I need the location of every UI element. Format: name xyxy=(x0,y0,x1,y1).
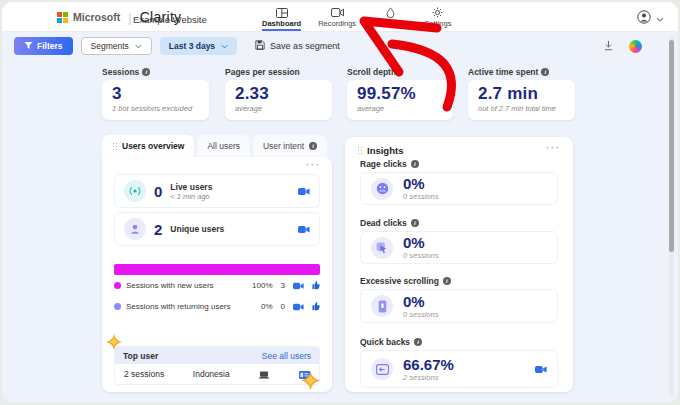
laptop-icon xyxy=(258,365,270,383)
filters-button[interactable]: Filters xyxy=(14,37,73,55)
avatar-icon xyxy=(637,10,651,28)
dead-clicks-icon xyxy=(371,237,393,259)
excessive-scrolling-icon xyxy=(371,295,393,317)
excessive-scrolling-label: Excessive scrolling xyxy=(360,276,439,286)
main-nav: Dashboard Recordings Heatmaps Settings xyxy=(262,2,451,32)
live-users-icon xyxy=(124,180,146,202)
scrollbar-thumb[interactable] xyxy=(669,40,674,252)
sparkle-icon xyxy=(301,371,320,394)
metric-value: 2.33 xyxy=(235,84,322,104)
tab-all-users[interactable]: All users xyxy=(197,135,250,157)
see-all-users-link[interactable]: See all users xyxy=(262,351,311,361)
sparkle-icon xyxy=(106,334,122,354)
filter-funnel-icon xyxy=(24,41,33,52)
chevron-down-icon xyxy=(656,17,664,22)
quick-backs-label: Quick backs xyxy=(360,337,410,347)
info-icon[interactable] xyxy=(414,338,422,346)
camera-icon[interactable] xyxy=(535,360,547,378)
rage-clicks-label: Rage clicks xyxy=(360,159,407,169)
metric-label: Sessions xyxy=(102,67,139,77)
thumb-icon[interactable] xyxy=(312,297,320,315)
tab-users-overview[interactable]: Users overview xyxy=(102,135,194,157)
nav-tab-recordings[interactable]: Recordings xyxy=(318,2,356,32)
more-options-icon[interactable] xyxy=(306,160,321,170)
excessive-scrolling-value: 0% xyxy=(403,294,438,310)
metric-label: Scroll depth xyxy=(347,67,396,77)
download-icon[interactable] xyxy=(603,37,614,55)
drag-grip-icon[interactable] xyxy=(357,146,362,155)
chevron-down-icon xyxy=(135,44,142,49)
returning-users-percent: 0% xyxy=(261,302,273,311)
camera-icon[interactable] xyxy=(293,297,304,315)
metric-subtitle: 1 bot sessions excluded xyxy=(112,104,199,113)
project-name[interactable]: Example Website xyxy=(133,14,207,25)
info-icon[interactable] xyxy=(411,219,419,227)
rage-clicks-card[interactable]: 0% 0 sessions xyxy=(360,172,558,205)
info-icon xyxy=(309,142,317,150)
account-menu[interactable] xyxy=(637,10,664,28)
metric-pages-per-session: Pages per session 2.33 average xyxy=(225,66,332,120)
new-users-legend-row: Sessions with new users 100% 3 xyxy=(114,279,320,291)
metric-value: 3 xyxy=(112,84,199,104)
nav-tab-heatmaps[interactable]: Heatmaps xyxy=(373,2,407,32)
live-users-row[interactable]: 0 Live users < 1 min ago xyxy=(114,174,320,208)
returning-users-legend-row: Sessions with returning users 0% 0 xyxy=(114,300,320,312)
excessive-scrolling-card[interactable]: 0% 0 sessions xyxy=(360,289,558,323)
quick-backs-sub: 2 sessions xyxy=(403,373,454,382)
top-user-section: Top user See all users 2 sessions Indone… xyxy=(114,346,320,385)
recordings-icon xyxy=(331,7,344,18)
insights-title: Insights xyxy=(367,145,403,156)
more-options-icon[interactable] xyxy=(546,143,561,153)
camera-icon[interactable] xyxy=(293,276,304,294)
copilot-icon[interactable] xyxy=(629,40,642,53)
metric-card[interactable]: 2.7 min out of 2.7 min total time xyxy=(468,80,575,120)
dead-clicks-label: Dead clicks xyxy=(360,218,407,228)
users-overview-card: 0 Live users < 1 min ago 2 Unique users xyxy=(102,157,332,392)
tab-user-intent[interactable]: User intent xyxy=(253,135,327,157)
save-icon xyxy=(255,40,265,52)
top-user-sessions: 2 sessions xyxy=(124,369,164,379)
metric-scroll-depth: Scroll depth 99.57% average xyxy=(347,66,453,120)
nav-tab-dashboard[interactable]: Dashboard xyxy=(262,2,301,32)
camera-icon[interactable] xyxy=(298,182,310,200)
unique-users-row[interactable]: 2 Unique users xyxy=(114,212,320,246)
quick-backs-value: 66.67% xyxy=(403,357,454,373)
returning-users-dot-icon xyxy=(114,303,121,310)
settings-icon xyxy=(432,7,443,18)
live-users-sub: < 1 min ago xyxy=(170,192,212,201)
top-user-title: Top user xyxy=(123,351,158,361)
rage-clicks-value: 0% xyxy=(403,176,438,192)
unique-users-value: 2 xyxy=(154,221,162,238)
metric-card[interactable]: 2.33 average xyxy=(225,80,332,120)
nav-tab-settings[interactable]: Settings xyxy=(424,2,451,32)
metric-label: Pages per session xyxy=(225,67,300,77)
dead-clicks-card[interactable]: 0% 0 sessions xyxy=(360,231,558,264)
quick-backs-card[interactable]: 66.67% 2 sessions xyxy=(360,350,558,388)
date-range-dropdown[interactable]: Last 3 days xyxy=(160,37,237,55)
info-icon[interactable] xyxy=(541,68,549,76)
camera-icon[interactable] xyxy=(298,220,310,238)
dead-clicks-value: 0% xyxy=(403,235,438,251)
users-panel-tabs: Users overview All users User intent xyxy=(102,135,327,157)
thumb-icon[interactable] xyxy=(312,276,320,294)
top-user-row[interactable]: 2 sessions Indonesia xyxy=(115,364,319,384)
metric-subtitle: average xyxy=(357,104,443,113)
save-as-segment-button[interactable]: Save as segment xyxy=(255,40,340,52)
info-icon[interactable] xyxy=(142,68,150,76)
quick-backs-icon xyxy=(371,358,393,380)
info-icon[interactable] xyxy=(443,277,451,285)
live-users-value: 0 xyxy=(154,183,162,200)
metric-card[interactable]: 99.57% average xyxy=(347,80,453,120)
segments-dropdown[interactable]: Segments xyxy=(81,37,152,55)
live-users-label: Live users xyxy=(170,182,212,192)
metric-subtitle: out of 2.7 min total time xyxy=(478,104,565,113)
microsoft-wordmark: Microsoft xyxy=(73,11,120,23)
insights-panel: Insights Rage clicks 0% 0 sessions Dead … xyxy=(345,137,573,392)
top-user-location: Indonesia xyxy=(193,369,230,379)
heatmaps-icon xyxy=(386,7,395,18)
metric-value: 99.57% xyxy=(357,84,443,104)
drag-grip-icon[interactable] xyxy=(112,142,117,151)
metric-card[interactable]: 3 1 bot sessions excluded xyxy=(102,80,209,120)
metric-subtitle: average xyxy=(235,104,322,113)
info-icon[interactable] xyxy=(411,160,419,168)
